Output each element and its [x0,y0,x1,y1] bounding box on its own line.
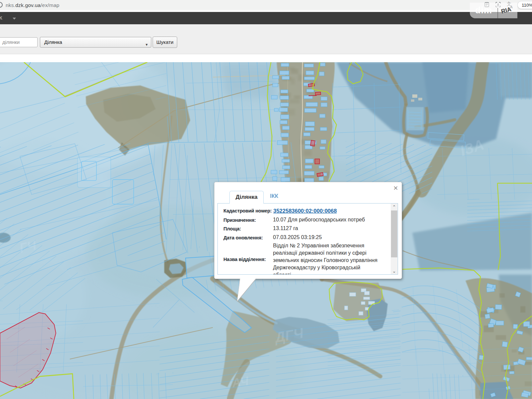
svg-text:АЧ: АЧ [231,374,250,390]
